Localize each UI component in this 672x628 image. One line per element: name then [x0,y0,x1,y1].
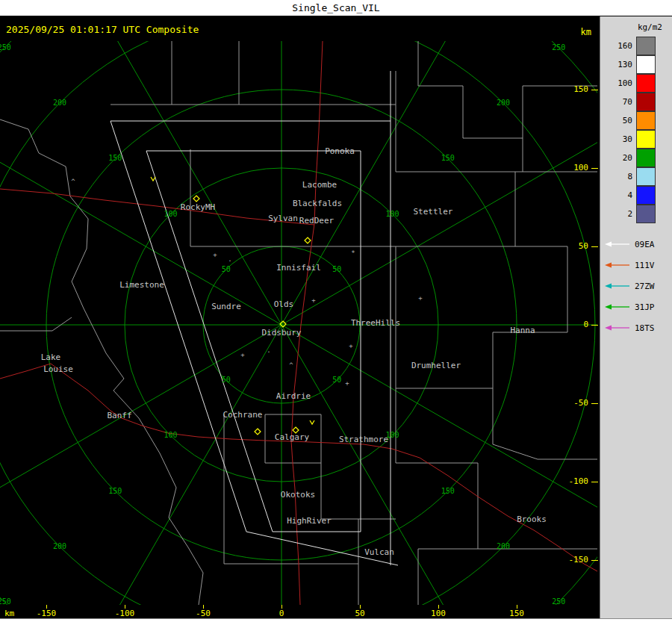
county-boundary [493,388,597,459]
colorbar-value: 20 [607,153,632,163]
colorbar-value: 30 [607,134,632,144]
radar-site-icon [193,196,199,202]
point-marker: + [240,351,245,358]
city-label: Vulcan [364,547,394,557]
radar-arrow-icon [604,261,631,269]
radar-id: 27ZW [635,282,655,291]
city-label: RockyMH [181,202,215,212]
radar-arrow-icon [604,324,631,332]
colorbar-entry: 130 [600,55,672,74]
bottom-axis-unit: km [4,609,14,618]
radar-legend-item: 18TS [600,317,672,338]
colorbar-value: 100 [607,78,632,88]
colorbar-unit: kg/m2 [600,16,672,37]
radar-site-icon [255,429,261,435]
radar-legend-item: 27ZW [600,276,672,296]
bottom-axis-label: 0 [265,609,298,618]
point-marker: + [418,294,423,302]
radar-arrow-icon [604,240,631,248]
colorbar-entry: 50 [600,111,672,130]
bottom-axis-label: 100 [422,609,455,618]
city-label: Olds [274,299,294,309]
city-label: Lacombe [302,180,337,190]
colorbar-entry: 30 [600,130,672,149]
colorbar-entries: 16013010070503020842 [600,37,672,223]
ring-distance-label: 200 [53,99,66,107]
bottom-scrollbar[interactable] [0,618,672,628]
point-marker: . [228,255,231,263]
colorbar-entry: 4 [600,186,672,205]
colorbar-entry: 160 [600,37,672,55]
colorbar-entry: 20 [600,149,672,167]
colorbar-swatch [636,205,656,223]
ring-distance-label: 50 [332,376,341,384]
county-boundary [321,463,358,519]
colorbar-swatch [636,55,656,74]
radar-legend-item: 09EA [600,234,672,255]
point-marker: ^ [289,361,293,369]
point-marker: + [213,251,217,258]
colorbar-entry: 100 [600,74,672,93]
bottom-axis: km -150-100-50050100150 [0,605,600,618]
city-label: Innisfail [276,263,321,273]
highway-line [0,189,314,225]
city-label: Cochrane [223,410,263,420]
colorbar-swatch [636,167,656,186]
city-label: Blackfalds [293,199,342,208]
city-label: Drumheller [411,361,461,370]
ring-distance-label: 200 [497,99,510,107]
ring-distance-label: 200 [497,542,510,550]
right-axis-unit: km [559,27,591,37]
county-boundary [418,41,597,138]
colorbar-swatch [636,74,656,93]
ring-distance-label: 100 [385,210,399,218]
city-label: Limestone [119,280,164,290]
city-label: Brooks [517,514,547,524]
bottom-axis-label: -100 [108,609,141,618]
bottom-axis-label: -50 [187,609,220,618]
city-label: HighRiver [287,516,332,526]
colorbar-value: 160 [607,41,632,51]
radar-map[interactable]: 5050505010010010010015015015015020020020… [0,41,597,605]
bottom-axis-label: 50 [343,609,376,618]
city-label: Sylvan [268,214,298,223]
radar-legend-item: 31JP [600,296,672,317]
radar-legend-item: 111V [600,255,672,276]
ring-distance-label: 150 [108,154,122,162]
city-label: Airdrie [276,391,311,401]
ring-distance-label: 250 [0,597,11,605]
coverage-boundary [111,121,246,532]
ring-distance-label: 150 [108,487,122,495]
point-marker: * [351,249,355,257]
colorbar-value: 70 [607,97,632,107]
colorbar-swatch [636,111,656,130]
scan-timestamp: 2025/09/25 01:01:17 UTC Composite [6,24,199,35]
colorbar-swatch [636,130,656,149]
point-marker: + [349,342,353,349]
ring-distance-label: 150 [441,487,455,495]
radar-legend: 09EA111V27ZW31JP18TS [600,234,672,338]
bottom-axis-label: 150 [500,609,533,618]
city-label: Didsbury [262,328,302,338]
county-boundary [0,119,203,605]
radar-id: 09EA [635,240,655,249]
radar-id: 18TS [635,323,655,333]
city-label: Sundre [211,302,241,311]
radar-id: 31JP [635,302,655,312]
city-label: Stettler [414,207,453,217]
colorbar-swatch [636,186,656,205]
colorbar-swatch [636,37,656,55]
county-boundary [0,317,72,331]
ring-distance-label: 150 [441,154,455,162]
radar-application-window: Single_Scan_VIL 2025/09/25 01:01:17 UTC … [0,0,672,628]
county-boundary [396,388,478,605]
point-marker: . [267,346,270,354]
radar-arrow-icon [604,282,631,290]
window-title: Single_Scan_VIL [0,0,672,16]
ring-distance-label: 50 [222,376,231,384]
county-boundary [396,71,515,388]
radar-id: 111V [635,261,655,270]
colorbar-value: 50 [607,116,632,125]
storm-vector-icon [151,177,155,181]
city-label: Louise [43,364,73,374]
